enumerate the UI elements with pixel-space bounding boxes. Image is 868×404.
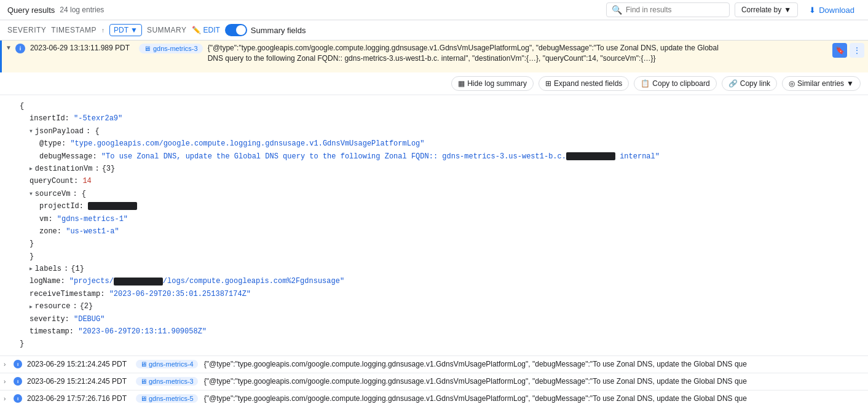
pdt-badge[interactable]: PDT ▼	[109, 24, 142, 36]
more-options-icon-btn[interactable]: ⋮	[850, 43, 864, 58]
search-icon: 🔍	[612, 5, 622, 15]
expand-arrow-icon: ›	[4, 395, 10, 402]
entry-actions: 🔖 ⋮	[832, 43, 864, 58]
download-icon: ⬇	[809, 6, 816, 15]
correlate-button[interactable]: Correlate by ▼	[735, 2, 798, 17]
vm-icon: 🖥	[140, 395, 147, 402]
row-source-chip: 🖥 gdns-metrics-5	[136, 394, 198, 403]
hide-icon: ▦	[458, 79, 465, 88]
expand-arrow-icon: ›	[4, 378, 10, 385]
vm-icon: 🖥	[144, 45, 151, 52]
labels-collapsible[interactable]: ▶ labels: {1}	[20, 263, 853, 275]
row-summary: {"@type":"type.googleapis.com/google.com…	[204, 377, 864, 386]
resource-collapsible[interactable]: ▶ resource: {2}	[20, 300, 853, 313]
json-tree: { insertId: "-5texr2a9" ▼ jsonPayload: {…	[0, 95, 868, 355]
row-source-chip: 🖥 gdns-metrics-3	[136, 377, 198, 386]
bookmark-icon-btn[interactable]: 🔖	[832, 43, 847, 58]
hide-log-summary-button[interactable]: ▦ Hide log summary	[451, 76, 534, 91]
copy-icon: 📋	[641, 79, 650, 88]
row-timestamp: 2023-06-29 17:57:26.716 PDT	[27, 394, 128, 403]
vm-icon: 🖥	[140, 378, 147, 385]
severity-icon: i	[14, 360, 22, 368]
source-vm-collapsible[interactable]: ▼ sourceVm: {	[20, 188, 853, 200]
summary-fields-toggle: Summary fields	[225, 24, 306, 36]
chevron-down-icon: ▼	[784, 6, 791, 14]
top-toolbar: Query results 24 log entries 🔍 Correlate…	[0, 0, 868, 20]
chevron-down-icon: ▼	[846, 79, 854, 88]
severity-column-header: SEVERITY	[7, 26, 46, 34]
collapse-arrow-icon[interactable]: ▼	[6, 44, 12, 51]
severity-icon: i	[14, 377, 22, 386]
list-item[interactable]: › i 2023-06-29 15:21:24.245 PDT 🖥 gdns-m…	[0, 356, 868, 373]
main-content: ▼ i 2023-06-29 13:13:11.989 PDT 🖥 gdns-m…	[0, 41, 868, 404]
log-count-badge: 24 log entries	[60, 6, 104, 14]
timestamp-column-header: TIMESTAMP	[51, 26, 97, 34]
summary-fields-switch[interactable]	[225, 24, 247, 36]
summary-column-header: SUMMARY	[147, 26, 187, 34]
expand-icon: ⊞	[545, 79, 551, 88]
jsonpayload-collapsible[interactable]: ▼ jsonPayload: {	[20, 125, 853, 138]
expand-nested-fields-button[interactable]: ⊞ Expand nested fields	[539, 76, 629, 91]
severity-icon-debug: i	[15, 44, 25, 53]
entry-summary-text: {"@type":"type.googleapis.com/google.com…	[208, 43, 827, 64]
link-icon: 🔗	[728, 79, 738, 88]
copy-to-clipboard-button[interactable]: 📋 Copy to clipboard	[634, 76, 716, 91]
expanded-content-toolbar: ▦ Hide log summary ⊞ Expand nested field…	[0, 72, 868, 95]
query-results-label: Query results	[7, 6, 55, 15]
list-item[interactable]: › i 2023-06-29 15:21:24.245 PDT 🖥 gdns-m…	[0, 373, 868, 390]
entry-timestamp: 2023-06-29 13:13:11.989 PDT	[30, 44, 132, 52]
row-timestamp: 2023-06-29 15:21:24.245 PDT	[27, 377, 128, 386]
destination-vm-collapsible[interactable]: ▶ destinationVm: {3}	[20, 163, 853, 175]
row-timestamp: 2023-06-29 15:21:24.245 PDT	[27, 360, 128, 368]
edit-icon: ✏️	[192, 26, 201, 34]
expanded-log-entry: ▼ i 2023-06-29 13:13:11.989 PDT 🖥 gdns-m…	[0, 41, 868, 356]
expanded-entry-header: ▼ i 2023-06-29 13:13:11.989 PDT 🖥 gdns-m…	[0, 41, 868, 72]
source-chip: 🖥 gdns-metrics-3	[139, 44, 203, 53]
copy-link-button[interactable]: 🔗 Copy link	[722, 76, 777, 91]
severity-icon: i	[14, 394, 22, 403]
chevron-down-icon: ▼	[130, 26, 138, 34]
row-summary: {"@type":"type.googleapis.com/google.com…	[204, 360, 864, 368]
edit-button[interactable]: ✏️ EDIT	[192, 26, 220, 34]
row-summary: {"@type":"type.googleapis.com/google.com…	[204, 394, 864, 403]
row-source-chip: 🖥 gdns-metrics-4	[136, 360, 198, 368]
download-button[interactable]: ⬇ Download	[803, 3, 861, 17]
find-in-results-input[interactable]	[626, 6, 724, 14]
collapsed-entries-list: › i 2023-06-29 15:21:24.245 PDT 🖥 gdns-m…	[0, 356, 868, 404]
second-toolbar: SEVERITY TIMESTAMP ↑ PDT ▼ SUMMARY ✏️ ED…	[0, 20, 868, 41]
sort-arrow-icon[interactable]: ↑	[101, 27, 105, 34]
similar-entries-button[interactable]: ◎ Similar entries ▼	[782, 76, 861, 91]
expand-arrow-icon: ›	[4, 361, 10, 368]
list-item[interactable]: › i 2023-06-29 17:57:26.716 PDT 🖥 gdns-m…	[0, 390, 868, 404]
find-in-results-box: 🔍	[606, 2, 730, 17]
vm-icon: 🖥	[140, 360, 147, 368]
similar-entries-icon: ◎	[789, 79, 795, 88]
